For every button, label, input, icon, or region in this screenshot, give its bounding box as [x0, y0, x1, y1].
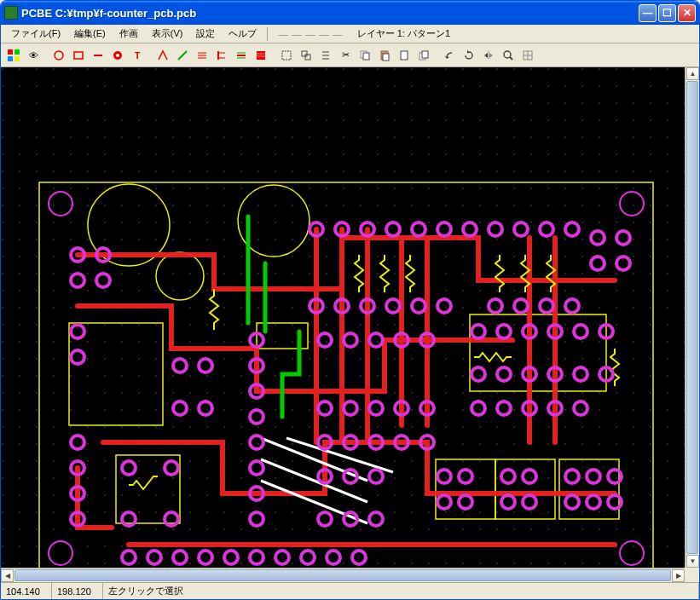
tool-undo[interactable]: [440, 46, 459, 65]
tool-arrow[interactable]: [153, 46, 172, 65]
svg-rect-19: [257, 51, 265, 60]
svg-line-9: [178, 51, 187, 60]
tool-cut[interactable]: ✂: [336, 46, 355, 65]
scroll-v-track[interactable]: [686, 81, 698, 554]
menu-separator: [267, 27, 268, 41]
svg-rect-34: [422, 51, 428, 58]
svg-rect-3: [14, 56, 20, 61]
scroll-up-button[interactable]: ▲: [686, 67, 699, 80]
tool-new-doc[interactable]: [395, 46, 414, 65]
tool-layer-palette[interactable]: [4, 46, 23, 65]
scroll-h-thumb[interactable]: [14, 569, 671, 581]
tool-group[interactable]: [297, 46, 315, 65]
tool-line[interactable]: [89, 46, 107, 65]
menu-settings[interactable]: 設定: [189, 26, 222, 42]
menu-help[interactable]: ヘルプ: [222, 26, 263, 42]
scroll-down-button[interactable]: ▼: [686, 555, 699, 568]
app-icon: [4, 6, 18, 20]
tool-list[interactable]: [316, 46, 335, 65]
layer-label[interactable]: レイヤー 1: パターン1: [350, 27, 457, 40]
menubar: ファイル(F) 編集(E) 作画 表示(V) 設定 ヘルプ — — — — — …: [1, 25, 699, 43]
svg-rect-2: [8, 56, 13, 61]
menu-edit[interactable]: 編集(E): [67, 26, 113, 42]
status-x-coord: 104.140: [1, 583, 52, 599]
maximize-button[interactable]: ☐: [658, 4, 676, 22]
status-message: 左クリックで選択: [103, 583, 699, 599]
tool-align-left[interactable]: [212, 46, 231, 65]
svg-rect-22: [282, 51, 291, 60]
tool-zoom[interactable]: [499, 46, 518, 65]
svg-rect-29: [363, 53, 369, 60]
scroll-v-thumb[interactable]: [686, 81, 698, 554]
linetype-indicator[interactable]: — — — — —: [271, 29, 350, 39]
tool-visibility[interactable]: 👁: [24, 46, 43, 65]
svg-rect-32: [401, 51, 408, 60]
menu-view[interactable]: 表示(V): [145, 26, 190, 42]
svg-rect-1: [14, 49, 20, 55]
svg-point-36: [504, 51, 511, 58]
menu-make[interactable]: 作画: [113, 26, 145, 42]
svg-rect-24: [305, 55, 310, 60]
window-title: PCBE C:¥tmp¥f-counter_pcb.pcb: [21, 7, 639, 20]
tool-rect[interactable]: [69, 46, 88, 65]
tool-diagonal[interactable]: [173, 46, 192, 65]
eye-icon: 👁: [29, 50, 38, 61]
svg-rect-23: [302, 51, 307, 56]
tool-fill-grid[interactable]: [252, 46, 270, 65]
titlebar: PCBE C:¥tmp¥f-counter_pcb.pcb — ☐ ✕: [1, 1, 699, 25]
tool-rotate[interactable]: [460, 46, 478, 65]
svg-rect-0: [8, 49, 13, 55]
tool-grid-toggle[interactable]: [518, 46, 537, 65]
window-controls: — ☐ ✕: [639, 4, 696, 22]
status-y-coord: 198.120: [52, 583, 103, 599]
scroll-h-track[interactable]: [14, 569, 671, 581]
tool-pad[interactable]: [108, 46, 127, 65]
svg-rect-5: [74, 52, 83, 59]
svg-rect-31: [383, 54, 389, 61]
tool-duplicate[interactable]: [414, 46, 433, 65]
close-button[interactable]: ✕: [678, 4, 696, 22]
scroll-corner: [685, 568, 699, 582]
tool-select[interactable]: [277, 46, 296, 65]
scroll-right-button[interactable]: ▶: [672, 569, 685, 582]
statusbar: 104.140 198.120 左クリックで選択: [1, 582, 699, 599]
svg-point-8: [116, 54, 119, 57]
minimize-button[interactable]: —: [639, 4, 657, 22]
pcb-canvas[interactable]: ▲ ▼ ◀ ▶: [1, 67, 699, 582]
tool-hlines[interactable]: [193, 46, 211, 65]
horizontal-scrollbar[interactable]: ◀ ▶: [1, 568, 685, 582]
tool-paste[interactable]: [375, 46, 394, 65]
toolbar: 👁 T ✂: [1, 43, 699, 67]
svg-point-4: [55, 51, 63, 60]
svg-line-37: [510, 57, 512, 60]
tool-align-center[interactable]: [232, 46, 251, 65]
scroll-left-button[interactable]: ◀: [1, 569, 14, 582]
vertical-scrollbar[interactable]: ▲ ▼: [685, 67, 699, 568]
tool-flip[interactable]: [479, 46, 498, 65]
tool-circle[interactable]: [49, 46, 68, 65]
tool-copy[interactable]: [356, 46, 374, 65]
tool-text[interactable]: T: [128, 46, 147, 65]
app-window: PCBE C:¥tmp¥f-counter_pcb.pcb — ☐ ✕ ファイル…: [0, 0, 700, 600]
scissors-icon: ✂: [342, 49, 350, 61]
pcb-drawing: [1, 67, 686, 579]
menu-file[interactable]: ファイル(F): [4, 26, 67, 42]
